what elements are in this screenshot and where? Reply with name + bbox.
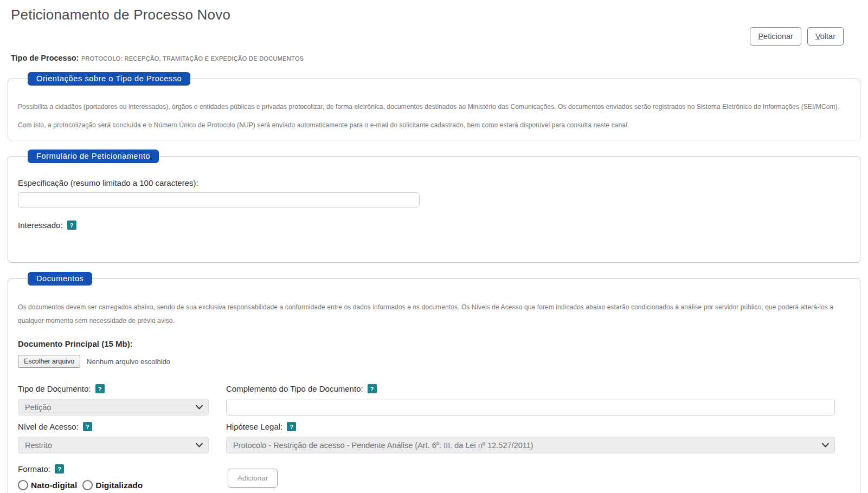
interessado-row: Interessado: ? bbox=[18, 220, 850, 230]
documento-principal-label: Documento Principal (15 Mb): bbox=[18, 339, 850, 348]
formulario-section: Formulário de Peticionamento Especificaç… bbox=[8, 150, 860, 263]
voltar-label: oltar bbox=[820, 32, 835, 41]
escolher-arquivo-button[interactable]: Escolher arquivo bbox=[18, 355, 80, 368]
especificacao-label: Especificação (resumo limitado a 100 car… bbox=[18, 178, 850, 187]
hipotese-legal-help-icon[interactable]: ? bbox=[287, 422, 296, 431]
file-status-text: Nenhum arquivo escolhido bbox=[87, 358, 170, 366]
process-type-label: Tipo de Processo: bbox=[11, 54, 79, 62]
adicionar-button[interactable]: Adicionar bbox=[228, 469, 278, 488]
orientacoes-paragraph-1: Possibilita a cidadãos (portadores ou in… bbox=[18, 102, 850, 112]
especificacao-input[interactable] bbox=[18, 192, 420, 207]
page-title: Peticionamento de Processo Novo bbox=[8, 7, 860, 23]
orientacoes-section: Orientações sobre o Tipo de Processo Pos… bbox=[8, 72, 860, 140]
tipo-documento-help-icon[interactable]: ? bbox=[95, 384, 105, 393]
orientacoes-paragraph-2: Com isto, a protocolização será concluíd… bbox=[18, 120, 850, 130]
process-type-value: PROTOCOLO: RECEPÇÃO, TRAMITAÇÃO E EXPEDI… bbox=[81, 55, 304, 62]
formato-option-digitalizado[interactable]: Digitalizado bbox=[82, 480, 143, 490]
peticionamento-page: Peticionamento de Processo Novo Peticion… bbox=[0, 0, 868, 493]
peticionar-accesskey: P bbox=[758, 32, 763, 41]
tipo-documento-group: Tipo de Documento: ? Petição bbox=[18, 378, 209, 416]
formulario-spacer bbox=[18, 230, 850, 252]
nivel-acesso-help-icon[interactable]: ? bbox=[83, 422, 92, 431]
interessado-label: Interessado: bbox=[18, 220, 63, 230]
nivel-acesso-select[interactable]: Restrito bbox=[18, 437, 209, 453]
documentos-intro: Os documentos devem ser carregados abaix… bbox=[18, 301, 850, 327]
top-actions: Peticionar Voltar bbox=[8, 27, 860, 46]
orientacoes-section-title: Orientações sobre o Tipo de Processo bbox=[28, 72, 190, 86]
nato-digital-radio[interactable] bbox=[18, 480, 28, 490]
hipotese-legal-select[interactable]: Protocolo - Restrição de acesso - Penden… bbox=[226, 437, 835, 453]
hipotese-legal-group: Hipótese Legal: ? Protocolo - Restrição … bbox=[226, 416, 835, 453]
peticionar-button[interactable]: Peticionar bbox=[750, 27, 801, 46]
digitalizado-radio[interactable] bbox=[82, 480, 93, 490]
complemento-help-icon[interactable]: ? bbox=[368, 384, 377, 393]
complemento-input[interactable] bbox=[226, 399, 835, 416]
nivel-acesso-label: Nível de Acesso: bbox=[18, 422, 79, 431]
complemento-group: Complemento do Tipo de Documento: ? bbox=[226, 378, 835, 416]
documento-principal-file-input: Escolher arquivo Nenhum arquivo escolhid… bbox=[18, 355, 850, 368]
formato-radio-row: Nato-digital Digitalizado bbox=[18, 480, 850, 490]
hipotese-legal-label: Hipótese Legal: bbox=[226, 422, 282, 431]
tipo-documento-label: Tipo de Documento: bbox=[18, 384, 91, 393]
formato-block: Formato: ? Nato-digital Digitalizado Adi… bbox=[18, 464, 850, 493]
formato-option-nato-digital[interactable]: Nato-digital bbox=[18, 480, 77, 490]
digitalizado-label: Digitalizado bbox=[95, 481, 143, 490]
tipo-documento-select[interactable]: Petição bbox=[18, 399, 209, 416]
formato-help-icon[interactable]: ? bbox=[55, 464, 64, 473]
complemento-label: Complemento do Tipo de Documento: bbox=[226, 384, 363, 393]
documento-fields-grid: Tipo de Documento: ? Petição Complemento… bbox=[18, 378, 850, 453]
formato-label: Formato: bbox=[18, 464, 50, 473]
voltar-accesskey: V bbox=[815, 32, 820, 41]
interessado-help-icon[interactable]: ? bbox=[67, 220, 76, 230]
formulario-section-title: Formulário de Peticionamento bbox=[28, 150, 159, 163]
process-type: Tipo de Processo: PROTOCOLO: RECEPÇÃO, T… bbox=[11, 53, 860, 63]
voltar-button[interactable]: Voltar bbox=[807, 27, 844, 46]
nivel-acesso-group: Nível de Acesso: ? Restrito bbox=[18, 416, 209, 453]
documentos-section-title: Documentos bbox=[28, 272, 92, 286]
nato-digital-label: Nato-digital bbox=[31, 481, 77, 490]
peticionar-label: eticionar bbox=[763, 32, 793, 41]
documentos-section: Documentos Os documentos devem ser carre… bbox=[8, 272, 860, 493]
